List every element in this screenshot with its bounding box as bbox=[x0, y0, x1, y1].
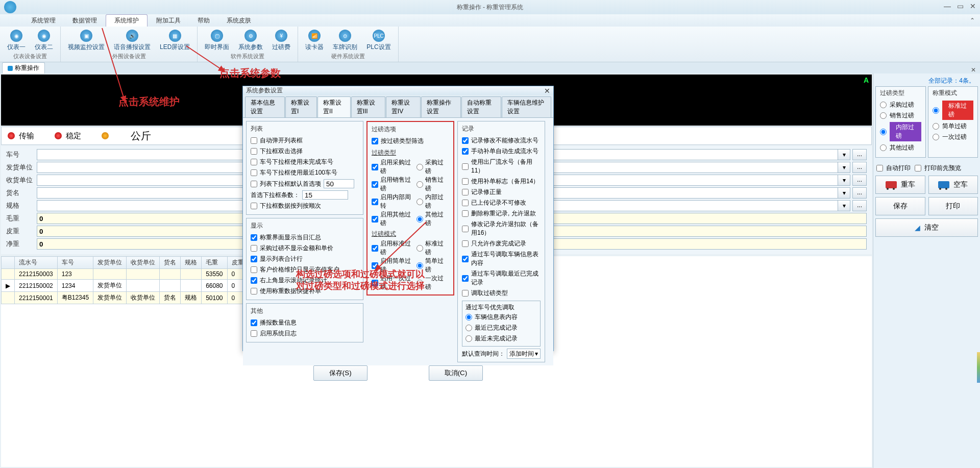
grid-header[interactable]: 发货单位 bbox=[93, 257, 127, 269]
chk-enable-once[interactable]: 启用一次过磅 bbox=[372, 274, 416, 291]
minimize-icon[interactable]: — bbox=[944, 2, 951, 10]
dialog-tab-4[interactable]: 称重设置IV bbox=[386, 96, 421, 117]
chk-r2[interactable]: 手动补单自动生成流水号 bbox=[462, 146, 541, 157]
ribbon-collapse-icon[interactable]: ⌃ bbox=[970, 17, 975, 24]
chk-r12[interactable]: 调取过磅类型 bbox=[462, 288, 541, 299]
rad-other[interactable]: 其他过磅 bbox=[416, 210, 449, 228]
chk-r4[interactable]: 使用补单标志（备用14） bbox=[462, 176, 541, 187]
grid-header[interactable]: 货名 bbox=[160, 257, 181, 269]
dialog-titlebar[interactable]: 系统参数设置 ✕ bbox=[243, 86, 553, 95]
chk-r3[interactable]: 使用出厂流水号（备用11） bbox=[462, 157, 541, 176]
table-row[interactable]: 2212150003123535500 bbox=[2, 269, 263, 280]
tab-close-icon[interactable]: ✕ bbox=[971, 66, 976, 73]
chk-recent100[interactable]: 车号下拉框使用最近100车号 bbox=[251, 167, 359, 178]
btn-save[interactable]: 保存 bbox=[875, 197, 925, 215]
ribbon-video[interactable]: ▣视频监控设置 bbox=[65, 29, 108, 53]
browse-button[interactable]: ... bbox=[852, 149, 867, 160]
menu-data-mgmt[interactable]: 数据管理 bbox=[64, 15, 105, 27]
table-row[interactable]: 2212150001粤B12345发货单位收货单位货名规格501000 bbox=[2, 292, 263, 304]
dropdown-icon[interactable]: ▾ bbox=[838, 187, 850, 199]
menu-system-mgmt[interactable]: 系统管理 bbox=[23, 15, 64, 27]
browse-button[interactable]: ... bbox=[852, 200, 867, 211]
rad-purchase[interactable]: 采购过磅 bbox=[416, 158, 449, 176]
dialog-cancel-button[interactable]: 取消(C) bbox=[429, 365, 483, 381]
records-count-link[interactable]: 全部记录：4条。 bbox=[875, 76, 978, 86]
chk-recharge-only[interactable]: 客户价格维护只显示充值客户 bbox=[251, 264, 359, 275]
dialog-tab-5[interactable]: 称重操作设置 bbox=[421, 96, 461, 117]
chk-enable-sale[interactable]: 启用销售过磅 bbox=[372, 176, 416, 193]
ribbon-led[interactable]: ▦LED屏设置 bbox=[157, 29, 193, 53]
ribbon-meter1[interactable]: ◉仪表一 bbox=[4, 29, 29, 53]
chk-r1[interactable]: 记录修改不能修改流水号 bbox=[462, 135, 541, 146]
chk-r5[interactable]: 记录修正量 bbox=[462, 187, 541, 198]
grid-header[interactable]: 毛重 bbox=[202, 257, 227, 269]
close-icon[interactable]: ✕ bbox=[970, 2, 976, 10]
browse-button[interactable]: ... bbox=[852, 162, 867, 173]
btn-empty-truck[interactable]: 空车 bbox=[928, 176, 978, 194]
chk-filter-by-type[interactable]: 按过磅类型筛选 bbox=[372, 136, 449, 146]
dialog-tab-7[interactable]: 车辆信息维护设置 bbox=[502, 96, 551, 117]
ribbon-fee[interactable]: ¥过磅费 bbox=[269, 29, 293, 53]
chk-r8[interactable]: 修改记录允许退扣款（备用16） bbox=[462, 219, 541, 238]
input-default-first[interactable] bbox=[324, 179, 354, 188]
rad-p1[interactable]: 车辆信息表内容 bbox=[465, 312, 537, 323]
browse-button[interactable]: ... bbox=[852, 175, 867, 186]
dropdown-icon[interactable]: ▾ bbox=[838, 175, 850, 186]
chk-r10[interactable]: 通过车号调取车辆信息表内容 bbox=[462, 249, 541, 268]
dialog-save-button[interactable]: 保存(S) bbox=[313, 365, 368, 381]
input-dropdown-count[interactable] bbox=[302, 190, 348, 200]
ribbon-reader[interactable]: 📶读卡器 bbox=[302, 29, 327, 53]
rad-standard[interactable]: 标准过磅 bbox=[416, 239, 449, 257]
table-row[interactable]: ▶22121500021234发货单位660800 bbox=[2, 280, 263, 292]
ribbon-plate[interactable]: ⊙车牌识别 bbox=[330, 29, 360, 53]
tab-weighing[interactable]: 称重操作 bbox=[2, 62, 45, 73]
chk-autoprint[interactable]: 自动打印 bbox=[876, 163, 911, 174]
rad-sale[interactable]: 销售过磅 bbox=[416, 176, 449, 193]
menu-help[interactable]: 帮助 bbox=[189, 15, 218, 27]
chk-r7[interactable]: 删除称重记录, 允许退款 bbox=[462, 208, 541, 219]
dialog-close-icon[interactable]: ✕ bbox=[544, 87, 550, 95]
chk-r11[interactable]: 通过车号调取最近已完成记录 bbox=[462, 268, 541, 288]
grid-header[interactable]: 规格 bbox=[181, 257, 202, 269]
menu-addon-tools[interactable]: 附加工具 bbox=[148, 15, 189, 27]
rad-internal[interactable]: 内部过磅 bbox=[416, 193, 449, 210]
time-dropdown[interactable]: 添加时间▾ bbox=[507, 349, 541, 359]
chk-enable-purchase[interactable]: 启用采购过磅 bbox=[372, 158, 416, 176]
dialog-tab-6[interactable]: 自动称重设置 bbox=[461, 96, 501, 117]
dropdown-icon[interactable]: ▾ bbox=[838, 162, 850, 173]
radio-sale[interactable]: 销售过磅 bbox=[880, 110, 921, 121]
chk-r6[interactable]: 已上传记录不可修改 bbox=[462, 198, 541, 208]
ribbon-plc[interactable]: PLCPLC设置 bbox=[363, 29, 394, 53]
dialog-tab-2[interactable]: 称重设置II bbox=[317, 96, 351, 118]
btn-heavy-truck[interactable]: 重车 bbox=[875, 176, 925, 194]
chk-syslog[interactable]: 启用系统日志 bbox=[251, 328, 359, 339]
btn-print[interactable]: 打印 bbox=[928, 197, 978, 215]
chk-quick-fill[interactable]: 使用称重数据快捷补单 bbox=[251, 286, 359, 297]
btn-clear[interactable]: ◢清空 bbox=[875, 218, 978, 237]
dialog-tab-3[interactable]: 称重设置III bbox=[351, 96, 385, 117]
menu-skin[interactable]: 系统皮肤 bbox=[218, 15, 259, 27]
ribbon-instant[interactable]: ▢即时界面 bbox=[202, 29, 232, 53]
rad-simple[interactable]: 简单过磅 bbox=[416, 257, 449, 274]
chk-enable-simple[interactable]: 启用简单过磅 bbox=[372, 257, 416, 274]
chk-scroll-stats[interactable]: 右上角显示滚动记录统计 bbox=[251, 275, 359, 286]
radio-simple[interactable]: 简单过磅 bbox=[933, 121, 974, 132]
chk-enable-standard[interactable]: 启用标准过磅 bbox=[372, 239, 416, 257]
chk-autopop[interactable]: 自动弹开列表框 bbox=[251, 135, 359, 146]
maximize-icon[interactable]: ▭ bbox=[957, 2, 964, 10]
chk-unfinished-plate[interactable]: 车号下拉框使用未完成车号 bbox=[251, 157, 359, 167]
ribbon-meter2[interactable]: ◉仪表二 bbox=[32, 29, 56, 53]
rad-p3[interactable]: 最近未完成记录 bbox=[465, 333, 537, 344]
grid-header[interactable]: 车号 bbox=[57, 257, 93, 269]
ribbon-audio[interactable]: 🔊语音播报设置 bbox=[111, 29, 154, 53]
chk-total-row[interactable]: 显示列表合计行 bbox=[251, 254, 359, 264]
chk-daily-sum[interactable]: 称重界面显示当日汇总 bbox=[251, 232, 359, 243]
radio-internal[interactable]: 内部过磅 bbox=[880, 121, 921, 142]
radio-standard[interactable]: 标准过磅 bbox=[933, 100, 974, 121]
menu-system-maint[interactable]: 系统维护 bbox=[106, 14, 148, 27]
chk-col-order[interactable]: 下拉框数据按列按顺次 bbox=[251, 201, 359, 211]
ribbon-params[interactable]: ⚙系统参数 bbox=[235, 29, 266, 53]
grid-header[interactable]: 流水号 bbox=[15, 257, 58, 269]
chk-enable-internal[interactable]: 启用内部周转 bbox=[372, 193, 416, 210]
rad-once[interactable]: 一次过磅 bbox=[416, 274, 449, 291]
